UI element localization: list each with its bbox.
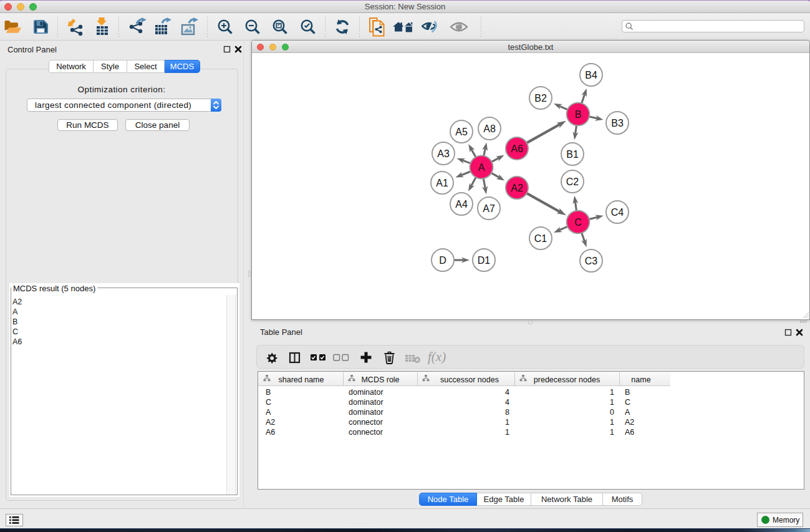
svg-text:A: A	[478, 162, 485, 173]
svg-text:C4: C4	[611, 207, 624, 218]
svg-text:B1: B1	[566, 149, 579, 160]
svg-text:A7: A7	[483, 203, 495, 214]
svg-text:B4: B4	[585, 70, 597, 80]
svg-text:A6: A6	[511, 143, 523, 154]
svg-text:A2: A2	[511, 183, 523, 193]
svg-text:C3: C3	[585, 256, 598, 266]
svg-text:A3: A3	[437, 148, 450, 159]
svg-text:B: B	[575, 109, 582, 120]
svg-text:D1: D1	[478, 255, 491, 266]
svg-text:C1: C1	[534, 233, 547, 244]
svg-text:C: C	[574, 217, 582, 228]
svg-text:A5: A5	[455, 127, 468, 137]
svg-text:B3: B3	[611, 118, 624, 128]
svg-text:A8: A8	[483, 123, 496, 134]
svg-text:C2: C2	[566, 177, 579, 187]
svg-text:D: D	[439, 255, 446, 266]
svg-text:A4: A4	[455, 199, 468, 210]
svg-text:B2: B2	[534, 93, 547, 104]
svg-text:A1: A1	[436, 178, 448, 188]
